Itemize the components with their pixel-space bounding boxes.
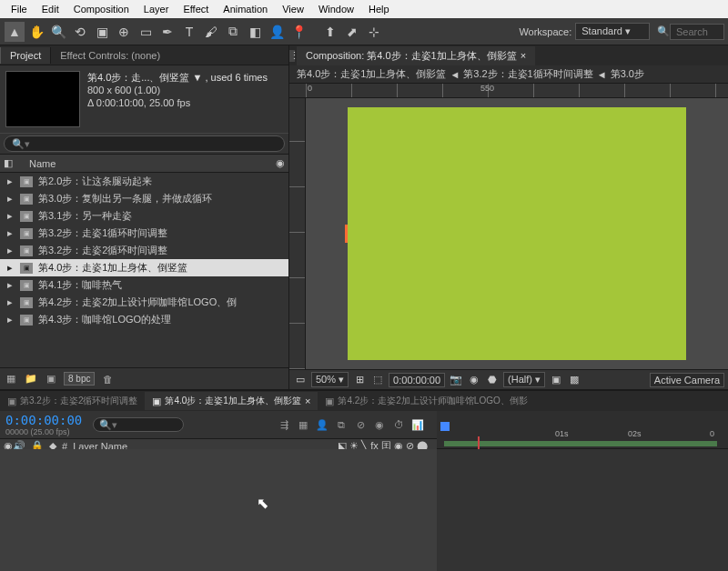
menu-effect[interactable]: Effect: [176, 4, 216, 15]
folder-icon: ▸: [4, 279, 16, 292]
eraser-tool-icon[interactable]: ◧: [245, 22, 265, 42]
draft-3d-icon[interactable]: ▦: [295, 416, 311, 433]
resolution-dropdown[interactable]: (Half) ▾: [503, 372, 545, 387]
workspace-dropdown[interactable]: Standard ▾: [575, 23, 650, 40]
always-preview-icon[interactable]: ▭: [293, 373, 308, 387]
composition-panel: ⋮ Composition: 第4.0步：走姿1加上身体、倒影篮× 第4.0步：…: [289, 45, 728, 389]
item-label: 第4.2步：走姿2加上设计师咖啡馆LOGO、倒: [38, 296, 237, 309]
item-label: 第3.0步：复制出另一条腿，并做成循环: [38, 192, 212, 205]
project-item[interactable]: ▸▣第2.0步：让这条腿动起来: [0, 173, 288, 190]
delete-icon[interactable]: 🗑: [100, 372, 115, 386]
comp-mini-flowchart-icon[interactable]: ⇶: [276, 416, 292, 433]
project-search-input[interactable]: [4, 135, 285, 152]
timeline-timecode[interactable]: 0:00:00:00: [5, 413, 82, 427]
timeline-fps: 00000 (25.00 fps): [5, 427, 82, 436]
interpret-footage-icon[interactable]: ▦: [4, 372, 18, 386]
tab-project[interactable]: Project: [0, 47, 51, 64]
menu-help[interactable]: Help: [361, 4, 397, 15]
project-item[interactable]: ▸▣第4.2步：走姿2加上设计师咖啡馆LOGO、倒: [0, 294, 288, 311]
menu-file[interactable]: File: [4, 4, 35, 15]
time-indicator-icon: [345, 225, 348, 243]
horizontal-ruler: 0 550: [289, 84, 728, 98]
project-item[interactable]: ▸▣第4.3步：咖啡馆LOGO的处理: [0, 311, 288, 328]
new-comp-icon[interactable]: ▣: [44, 372, 58, 386]
world-axis-icon[interactable]: ⬈: [342, 22, 362, 42]
bpc-indicator[interactable]: 8 bpc: [64, 372, 95, 386]
project-item[interactable]: ▸▣第3.2步：走姿1循环时间调整: [0, 225, 288, 242]
tab-effect-controls[interactable]: Effect Controls: (none): [51, 47, 169, 64]
project-item[interactable]: ▸▣第4.0步：走姿1加上身体、倒竖篮: [0, 259, 288, 276]
pen-tool-icon[interactable]: ✒: [157, 22, 177, 42]
rectangle-tool-icon[interactable]: ▭: [136, 22, 156, 42]
list-name-column[interactable]: Name: [25, 158, 276, 169]
clone-tool-icon[interactable]: ⧉: [223, 22, 243, 42]
project-item[interactable]: ▸▣第3.1步：另一种走姿: [0, 207, 288, 225]
zoom-level[interactable]: 50% ▾: [311, 372, 349, 387]
timeline-search-input[interactable]: [93, 417, 184, 432]
grid-icon[interactable]: ⊞: [352, 373, 367, 387]
timeline-track-area[interactable]: [437, 449, 728, 571]
auto-keyframe-icon[interactable]: ⏱: [390, 416, 407, 433]
layer-list-area[interactable]: [0, 449, 437, 571]
graph-editor-icon[interactable]: 📊: [410, 416, 426, 433]
composition-canvas[interactable]: [348, 107, 686, 360]
text-tool-icon[interactable]: T: [179, 22, 199, 42]
comp-type-icon: ▣: [20, 280, 33, 291]
timeline-tab[interactable]: ▣第4.2步：走姿2加上设计师咖啡馆LOGO、倒影: [318, 392, 534, 410]
puppet-tool-icon[interactable]: 📍: [288, 22, 308, 42]
list-label-column[interactable]: ◉: [276, 157, 285, 169]
current-time[interactable]: 0:00:00:00: [389, 373, 445, 387]
timeline-tab[interactable]: ▣第4.0步：走姿1加上身体、倒影篮 ×: [145, 392, 318, 410]
item-label: 第3.2步：走姿2循环时间调整: [38, 244, 167, 257]
local-axis-icon[interactable]: ⬆: [320, 22, 340, 42]
composition-viewer[interactable]: [306, 98, 728, 369]
zoom-tool-icon[interactable]: 🔍: [48, 22, 68, 42]
new-folder-icon[interactable]: 📁: [24, 372, 38, 386]
frame-blend-icon[interactable]: ⧉: [333, 416, 349, 433]
channel-icon[interactable]: ◉: [467, 373, 481, 387]
project-item[interactable]: ▸▣第3.2步：走姿2循环时间调整: [0, 242, 288, 259]
composition-breadcrumb[interactable]: 第4.0步：走姿1加上身体、倒影篮 ◄ 第3.2步：走姿1循环时间调整 ◄ 第3…: [289, 65, 728, 84]
help-search-input[interactable]: [670, 24, 724, 40]
comp-type-icon: ▣: [20, 245, 33, 256]
item-label: 第4.1步：咖啡热气: [38, 278, 122, 292]
selection-tool-icon[interactable]: ▲: [5, 22, 25, 42]
item-label: 第3.2步：走姿1循环时间调整: [38, 226, 167, 240]
close-tab-icon[interactable]: ×: [305, 396, 310, 406]
close-tab-icon[interactable]: ×: [521, 50, 526, 61]
vertical-ruler: [289, 98, 306, 369]
camera-view-dropdown[interactable]: Active Camera: [650, 373, 724, 387]
timeline-tab[interactable]: ▣第3.2步：走姿2循环时间调整: [0, 392, 145, 410]
rotate-tool-icon[interactable]: ⟲: [70, 22, 90, 42]
view-axis-icon[interactable]: ⊹: [364, 22, 384, 42]
work-area-bar[interactable]: [444, 441, 717, 446]
project-item[interactable]: ▸▣第3.0步：复制出另一条腿，并做成循环: [0, 190, 288, 207]
roto-tool-icon[interactable]: 👤: [267, 22, 287, 42]
mask-toggle-icon[interactable]: ⬚: [370, 373, 385, 387]
color-mgmt-icon[interactable]: ⬣: [485, 373, 500, 387]
roi-icon[interactable]: ▣: [549, 373, 563, 387]
project-item[interactable]: ▸▣第4.1步：咖啡热气: [0, 276, 288, 294]
workspace-label: Workspace:: [519, 26, 571, 37]
brush-tool-icon[interactable]: 🖌: [201, 22, 221, 42]
folder-icon: ▸: [4, 314, 16, 326]
list-type-column[interactable]: ◧: [4, 157, 25, 169]
menu-view[interactable]: View: [275, 4, 311, 15]
menu-layer[interactable]: Layer: [136, 4, 177, 15]
shy-icon[interactable]: 👤: [314, 416, 330, 433]
project-item-list: ▸▣第2.0步：让这条腿动起来▸▣第3.0步：复制出另一条腿，并做成循环▸▣第3…: [0, 173, 288, 367]
hand-tool-icon[interactable]: ✋: [26, 22, 46, 42]
menu-animation[interactable]: Animation: [216, 4, 275, 15]
pan-behind-tool-icon[interactable]: ⊕: [114, 22, 134, 42]
menu-window[interactable]: Window: [311, 4, 361, 15]
panel-grip-icon[interactable]: ⋮: [289, 50, 295, 62]
camera-tool-icon[interactable]: ▣: [92, 22, 112, 42]
transparency-grid-icon[interactable]: ▩: [567, 373, 581, 387]
tab-composition[interactable]: Composition: 第4.0步：走姿1加上身体、倒影篮×: [297, 46, 535, 65]
menu-edit[interactable]: Edit: [35, 4, 66, 15]
menu-composition[interactable]: Composition: [66, 4, 136, 15]
folder-icon: ▸: [4, 193, 16, 205]
snapshot-icon[interactable]: 📷: [449, 373, 463, 387]
motion-blur-icon[interactable]: ⊘: [352, 416, 369, 433]
brainstorm-icon[interactable]: ◉: [371, 416, 388, 433]
